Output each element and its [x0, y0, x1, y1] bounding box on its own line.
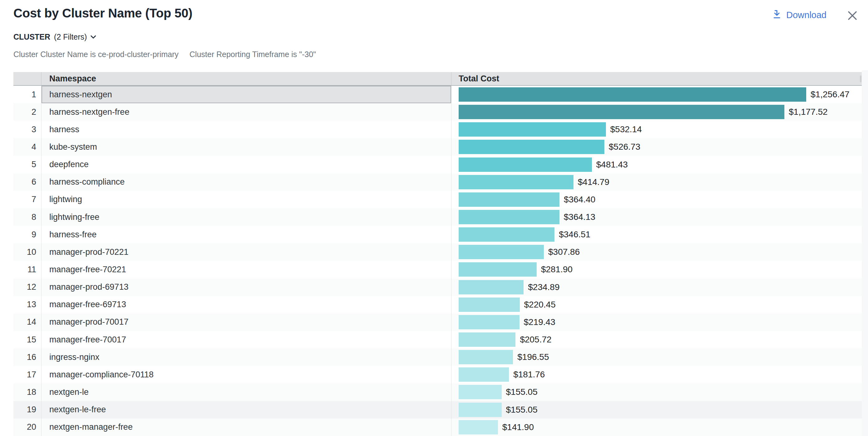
table-body: 1harness-nextgen$1,256.472harness-nextge… — [13, 86, 862, 436]
namespace-cell[interactable]: manager-prod-70221 — [41, 243, 452, 261]
table-row: 6harness-compliance$414.79 — [13, 174, 862, 191]
vertical-scrollbar-thumb[interactable] — [860, 75, 862, 82]
cost-value: $205.72 — [520, 335, 551, 345]
cost-value: $181.76 — [513, 370, 545, 379]
close-button[interactable] — [846, 9, 859, 22]
cost-value: $141.90 — [502, 422, 534, 432]
cost-value: $155.05 — [506, 387, 537, 397]
namespace-cell[interactable]: lightwing-free — [41, 208, 452, 226]
row-index-cell[interactable]: 20 — [13, 418, 41, 436]
row-index-cell[interactable]: 5 — [13, 156, 41, 174]
table-row: 11manager-free-70221$281.90 — [13, 261, 862, 278]
total-cost-cell[interactable]: $414.79 — [452, 174, 862, 191]
cost-bar — [459, 122, 606, 136]
cost-bar — [459, 420, 498, 434]
cost-bar — [459, 385, 502, 399]
download-button[interactable]: Download — [772, 8, 827, 22]
total-cost-cell[interactable]: $364.13 — [452, 208, 862, 226]
namespace-cell[interactable]: harness-nextgen — [41, 86, 452, 103]
total-cost-cell[interactable]: $281.90 — [452, 261, 862, 278]
namespace-cell[interactable]: ingress-nginx — [41, 348, 452, 366]
namespace-cell[interactable]: nextgen-le — [41, 383, 452, 401]
total-cost-cell[interactable]: $141.90 — [452, 418, 862, 436]
cost-bar — [459, 192, 559, 207]
cost-value: $220.45 — [524, 300, 556, 310]
namespace-cell[interactable]: harness-nextgen-free — [41, 103, 452, 121]
cost-value: $281.90 — [541, 264, 572, 275]
namespace-cell[interactable]: harness-free — [41, 226, 452, 243]
cost-value: $532.14 — [610, 124, 642, 134]
total-cost-column-header: Total Cost — [452, 72, 862, 85]
row-index-cell[interactable]: 10 — [13, 243, 41, 261]
total-cost-cell[interactable]: $364.40 — [452, 191, 862, 208]
total-cost-cell[interactable]: $155.05 — [452, 383, 862, 401]
namespace-cell[interactable]: harness-compliance — [41, 174, 452, 191]
cost-bar — [459, 262, 537, 277]
cost-bar — [459, 333, 516, 347]
row-index-cell[interactable]: 6 — [13, 174, 41, 191]
namespace-cell[interactable]: manager-free-69713 — [41, 296, 452, 313]
cost-value: $155.05 — [506, 405, 537, 415]
row-index-cell[interactable]: 4 — [13, 138, 41, 156]
total-cost-cell[interactable]: $181.76 — [452, 366, 862, 383]
cost-value: $526.73 — [609, 142, 640, 152]
total-cost-cell[interactable]: $234.89 — [452, 279, 862, 296]
namespace-cell[interactable]: kube-system — [41, 138, 452, 156]
total-cost-cell[interactable]: $346.51 — [452, 226, 862, 243]
namespace-cell[interactable]: manager-free-70017 — [41, 331, 452, 348]
row-index-cell[interactable]: 9 — [13, 226, 41, 243]
row-index-cell[interactable]: 18 — [13, 383, 41, 401]
cost-value: $364.13 — [564, 212, 595, 222]
total-cost-cell[interactable]: $532.14 — [452, 121, 862, 138]
table-row: 3harness$532.14 — [13, 121, 862, 138]
total-cost-cell[interactable]: $219.43 — [452, 313, 862, 331]
cluster-filters-dropdown[interactable]: CLUSTER (2 Filters) — [13, 32, 96, 41]
cost-bar — [459, 227, 554, 242]
table-row: 14manager-prod-70017$219.43 — [13, 313, 862, 331]
row-index-cell[interactable]: 8 — [13, 208, 41, 226]
total-cost-cell[interactable]: $481.43 — [452, 156, 862, 174]
page-background-strip — [862, 70, 868, 436]
table-row: 5deepfence$481.43 — [13, 156, 862, 174]
namespace-cell[interactable]: manager-prod-69713 — [41, 279, 452, 296]
namespace-cell[interactable]: manager-prod-70017 — [41, 313, 452, 331]
row-index-cell[interactable]: 1 — [13, 86, 41, 103]
namespace-cell[interactable]: deepfence — [41, 156, 452, 174]
namespace-column-header: Namespace — [41, 72, 452, 85]
table-row: 9harness-free$346.51 — [13, 226, 862, 243]
row-index-cell[interactable]: 16 — [13, 348, 41, 366]
total-cost-cell[interactable]: $1,256.47 — [452, 86, 862, 103]
total-cost-cell[interactable]: $155.05 — [452, 401, 862, 418]
total-cost-cell[interactable]: $196.55 — [452, 348, 862, 366]
total-cost-cell[interactable]: $1,177.52 — [452, 103, 862, 121]
namespace-cell[interactable]: nextgen-le-free — [41, 401, 452, 418]
download-icon — [772, 10, 782, 20]
row-index-cell[interactable]: 17 — [13, 366, 41, 383]
table-row: 20nextgen-manager-free$141.90 — [13, 418, 862, 436]
namespace-cell[interactable]: nextgen-manager-free — [41, 418, 452, 436]
total-cost-cell[interactable]: $220.45 — [452, 296, 862, 313]
table-row: 15manager-free-70017$205.72 — [13, 331, 862, 348]
cost-value: $1,177.52 — [789, 107, 828, 117]
row-index-cell[interactable]: 15 — [13, 331, 41, 348]
namespace-cell[interactable]: manager-free-70221 — [41, 261, 452, 278]
cost-value: $307.86 — [548, 247, 580, 257]
namespace-cell[interactable]: harness — [41, 121, 452, 138]
row-index-cell[interactable]: 7 — [13, 191, 41, 208]
row-index-cell[interactable]: 19 — [13, 401, 41, 418]
cost-bar — [459, 298, 520, 312]
filter-count-label: (2 Filters) — [54, 32, 87, 41]
namespace-cell[interactable]: manager-compliance-70118 — [41, 366, 452, 383]
cost-value: $364.40 — [564, 195, 595, 205]
total-cost-cell[interactable]: $526.73 — [452, 138, 862, 156]
namespace-cell[interactable]: lightwing — [41, 191, 452, 208]
row-index-cell[interactable]: 11 — [13, 261, 41, 278]
row-index-cell[interactable]: 2 — [13, 103, 41, 121]
total-cost-cell[interactable]: $205.72 — [452, 331, 862, 348]
row-index-cell[interactable]: 14 — [13, 313, 41, 331]
row-index-cell[interactable]: 3 — [13, 121, 41, 138]
total-cost-cell[interactable]: $307.86 — [452, 243, 862, 261]
row-index-cell[interactable]: 12 — [13, 279, 41, 296]
row-index-cell[interactable]: 13 — [13, 296, 41, 313]
table-row: 1harness-nextgen$1,256.47 — [13, 86, 862, 103]
